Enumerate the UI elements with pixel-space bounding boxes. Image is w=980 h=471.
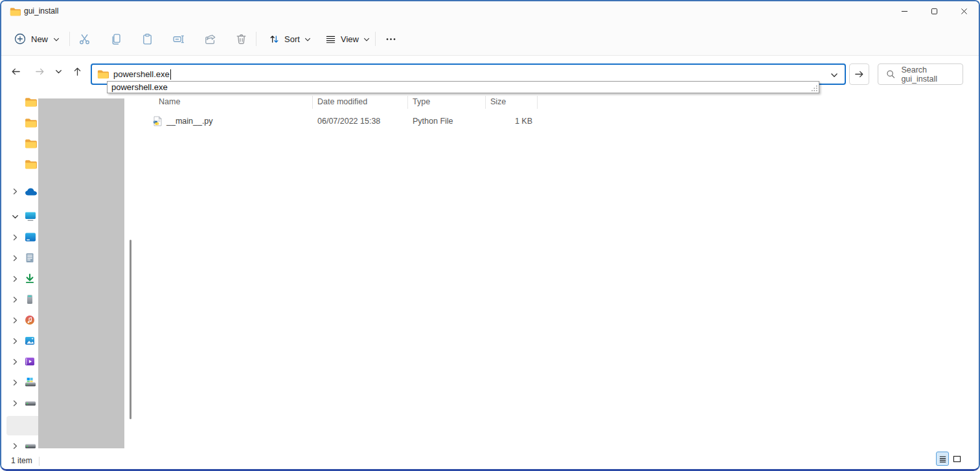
folder-icon [25, 159, 37, 169]
chevron-right-icon[interactable] [12, 442, 19, 450]
command-toolbar: New Sort View [1, 22, 979, 56]
chevron-right-icon[interactable] [12, 379, 19, 386]
go-to-button[interactable] [849, 63, 869, 85]
folder-icon [25, 97, 37, 107]
chevron-down-icon [363, 36, 370, 43]
chevron-right-icon[interactable] [12, 234, 19, 241]
chevron-right-icon[interactable] [12, 275, 19, 282]
toolbar-divider [375, 32, 376, 46]
text-caret [170, 69, 171, 80]
column-header-name[interactable]: Name [159, 94, 180, 109]
file-size: 1 KB [455, 112, 532, 130]
details-view-toggle[interactable] [936, 452, 949, 466]
share-icon [204, 33, 216, 45]
back-arrow-icon [10, 66, 21, 77]
copy-icon [110, 33, 122, 45]
search-icon [886, 69, 895, 79]
view-lines-icon [325, 34, 336, 45]
file-name: __main__.py [166, 112, 213, 130]
chevron-down-icon [53, 36, 60, 43]
chevron-right-icon[interactable] [12, 358, 19, 365]
folder-icon [10, 7, 21, 16]
view-button-label: View [341, 34, 359, 44]
new-button-label: New [31, 34, 48, 44]
downloads-icon [25, 273, 35, 284]
minimize-button[interactable] [889, 1, 919, 21]
python-file-icon [152, 116, 163, 126]
rename-icon [172, 33, 185, 45]
column-divider[interactable] [485, 96, 486, 109]
maximize-button[interactable] [919, 1, 949, 21]
search-input[interactable]: Search gui_install [878, 63, 963, 85]
chevron-down-icon[interactable] [12, 213, 19, 220]
resize-grip-icon[interactable] [810, 84, 818, 92]
cut-button[interactable] [73, 27, 96, 51]
chevron-right-icon[interactable] [12, 317, 19, 324]
status-divider [39, 457, 40, 466]
close-icon [961, 8, 968, 15]
documents-icon [25, 253, 35, 263]
address-bar-value: powershell.exe [113, 69, 170, 79]
chevron-right-icon[interactable] [12, 188, 19, 195]
ellipsis-icon [385, 33, 397, 45]
maximize-icon [931, 8, 938, 15]
file-date-modified: 06/07/2022 15:38 [317, 112, 380, 130]
sort-button[interactable]: Sort [264, 28, 316, 50]
chevron-down-icon [304, 36, 311, 43]
folder-icon [25, 118, 37, 128]
autocomplete-suggestion[interactable]: powershell.exe [108, 82, 808, 93]
device-icon [25, 294, 35, 304]
delete-icon [235, 33, 247, 45]
titlebar[interactable]: gui_install [1, 1, 979, 22]
column-header-size[interactable]: Size [490, 94, 506, 109]
column-divider[interactable] [407, 96, 408, 109]
search-placeholder: Search gui_install [901, 65, 963, 84]
up-button[interactable] [67, 61, 87, 82]
address-autocomplete-dropdown: powershell.exe [107, 81, 819, 93]
column-divider[interactable] [312, 96, 313, 109]
new-plus-icon [14, 33, 26, 45]
column-header-type[interactable]: Type [413, 94, 430, 109]
cut-icon [78, 33, 91, 45]
file-type: Python File [413, 112, 453, 130]
address-dropdown-button[interactable] [830, 69, 838, 81]
chevron-right-icon[interactable] [12, 400, 19, 407]
go-arrow-icon [854, 69, 865, 80]
paste-button[interactable] [135, 27, 159, 51]
up-arrow-icon [72, 66, 83, 77]
minimize-icon [901, 8, 908, 15]
sort-arrows-icon [269, 34, 280, 45]
share-button[interactable] [198, 27, 222, 51]
details-view-icon [939, 455, 947, 463]
sort-button-label: Sort [284, 34, 300, 44]
file-row[interactable]: __main__.py 06/07/2022 15:38 Python File… [146, 112, 551, 130]
chevron-right-icon[interactable] [12, 255, 19, 262]
rename-button[interactable] [166, 27, 190, 51]
sidebar-scrollbar-thumb[interactable] [130, 240, 131, 419]
forward-button[interactable] [29, 61, 50, 82]
icons-view-icon [953, 455, 961, 463]
chevron-right-icon[interactable] [12, 338, 19, 345]
new-button[interactable]: New [9, 28, 65, 50]
navigation-pane [1, 92, 137, 454]
music-icon [25, 315, 35, 325]
column-header-date-modified[interactable]: Date modified [317, 94, 367, 109]
copy-button[interactable] [104, 27, 128, 51]
redaction-overlay [38, 98, 124, 448]
this-pc-monitor-icon [25, 211, 36, 222]
window-title: gui_install [24, 1, 58, 21]
back-button[interactable] [5, 61, 26, 82]
history-chevron-icon [55, 68, 62, 75]
view-button[interactable]: View [320, 28, 375, 50]
more-options-button[interactable] [379, 27, 402, 51]
chevron-right-icon[interactable] [12, 296, 19, 303]
status-bar: 1 item [1, 454, 979, 469]
forward-arrow-icon [34, 66, 45, 77]
icons-view-toggle[interactable] [950, 452, 963, 466]
column-divider[interactable] [537, 96, 538, 109]
toolbar-divider [256, 32, 256, 46]
pictures-icon [25, 336, 35, 346]
delete-button[interactable] [229, 27, 253, 51]
close-button[interactable] [949, 1, 979, 21]
recent-locations-button[interactable] [51, 61, 66, 82]
